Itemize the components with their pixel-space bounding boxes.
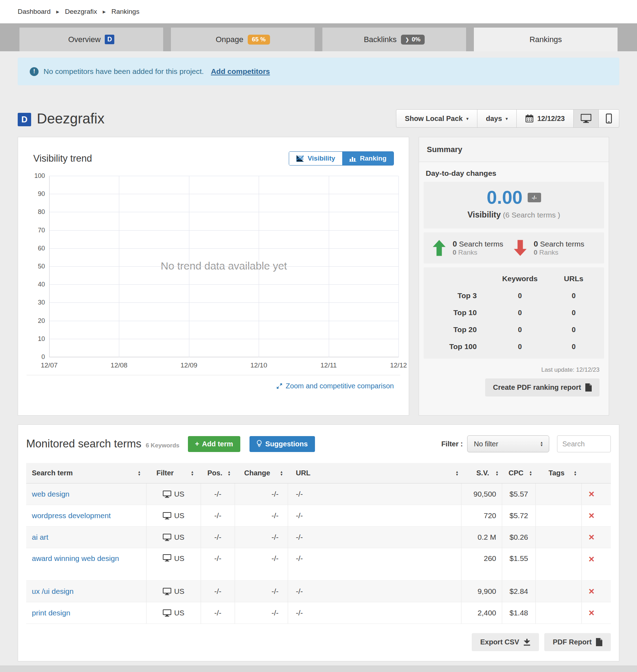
search-term-link[interactable]: wordpress development bbox=[32, 511, 111, 520]
arrow-up-icon bbox=[433, 240, 446, 256]
x-axis-tick: 12/07 bbox=[41, 361, 58, 369]
search-term-link[interactable]: award winning web design bbox=[32, 554, 119, 563]
y-axis-tick: 10 bbox=[28, 335, 45, 343]
project-logo-badge: D bbox=[105, 35, 114, 44]
terms-up-stat: 0 Search terms 0 Ranks bbox=[433, 239, 514, 256]
position-value: -/- bbox=[214, 587, 222, 596]
gridline-h bbox=[49, 230, 398, 231]
delete-term-button[interactable]: × bbox=[589, 489, 594, 499]
col-urls: URLs bbox=[547, 274, 601, 283]
desktop-icon bbox=[163, 609, 171, 617]
rank-row-label: Top 10 bbox=[427, 308, 493, 317]
mobile-icon bbox=[606, 114, 612, 123]
desktop-view-button[interactable] bbox=[573, 109, 599, 128]
change-value: -/- bbox=[271, 609, 279, 617]
desktop-icon bbox=[163, 491, 171, 498]
delete-term-button[interactable]: × bbox=[589, 608, 594, 618]
toggle-visibility-button[interactable]: Visibility bbox=[289, 152, 342, 165]
breadcrumb-dashboard[interactable]: Dashboard bbox=[18, 8, 51, 16]
cpc-value: $0.26 bbox=[510, 533, 528, 541]
sort-icon[interactable]: ▲▼ bbox=[455, 470, 459, 476]
delete-term-button[interactable]: × bbox=[589, 511, 594, 521]
x-axis-tick: 12/09 bbox=[180, 361, 197, 369]
suggestions-button[interactable]: Suggestions bbox=[249, 436, 315, 452]
calendar-icon bbox=[525, 114, 534, 123]
gridline-v bbox=[398, 176, 399, 357]
y-axis-tick: 20 bbox=[28, 317, 45, 325]
url-value: -/- bbox=[296, 587, 303, 596]
gridline-h bbox=[49, 176, 398, 176]
position-value: -/- bbox=[214, 511, 222, 520]
delete-term-button[interactable]: × bbox=[589, 586, 594, 596]
show-local-pack-dropdown[interactable]: Show Local Pack ▾ bbox=[396, 109, 477, 128]
sort-icon[interactable]: ▲▼ bbox=[529, 470, 532, 476]
table-header-row: Search term▲▼ Filter▲▼ Pos.▲▼ Change▲▼ U… bbox=[26, 463, 611, 483]
period-dropdown[interactable]: days ▾ bbox=[477, 109, 517, 128]
export-csv-button[interactable]: Export CSV bbox=[472, 633, 539, 651]
sort-icon[interactable]: ▲▼ bbox=[574, 470, 577, 476]
delete-term-button[interactable]: × bbox=[589, 554, 594, 564]
toggle-ranking-button[interactable]: Ranking bbox=[342, 152, 394, 165]
select-arrows-icon: ▲▼ bbox=[540, 441, 543, 447]
chart-title: Visibility trend bbox=[33, 153, 92, 164]
keywords-table: Search term▲▼ Filter▲▼ Pos.▲▼ Change▲▼ U… bbox=[26, 463, 611, 624]
sort-icon[interactable]: ▲▼ bbox=[495, 470, 499, 476]
ranking-bars-icon bbox=[349, 155, 356, 162]
y-axis-tick: 0 bbox=[28, 353, 45, 361]
y-axis-tick: 60 bbox=[28, 245, 45, 252]
tab-rankings[interactable]: Rankings bbox=[474, 28, 618, 51]
sort-icon[interactable]: ▲▼ bbox=[191, 470, 194, 476]
filter-select[interactable]: No filter ▲▼ bbox=[467, 435, 549, 452]
y-axis-tick: 50 bbox=[28, 263, 45, 270]
tab-rankings-label: Rankings bbox=[529, 35, 562, 44]
position-value: -/- bbox=[214, 490, 222, 498]
breadcrumb-project[interactable]: Deezgrafix bbox=[65, 8, 97, 16]
create-pdf-report-button[interactable]: Create PDF ranking report bbox=[485, 378, 599, 396]
add-competitors-link[interactable]: Add competitors bbox=[211, 67, 270, 76]
desktop-icon bbox=[163, 512, 171, 520]
url-value: -/- bbox=[296, 554, 303, 563]
panel-divider bbox=[27, 375, 400, 375]
delete-term-button[interactable]: × bbox=[589, 532, 594, 542]
date-picker-button[interactable]: 12/12/23 bbox=[516, 109, 574, 128]
add-term-button[interactable]: + Add term bbox=[188, 436, 240, 452]
sort-icon[interactable]: ▲▼ bbox=[228, 470, 231, 476]
country-label: US bbox=[174, 490, 184, 498]
change-value: -/- bbox=[271, 511, 279, 520]
gridline-h bbox=[49, 321, 398, 321]
cpc-value: $5.72 bbox=[510, 511, 528, 520]
tab-overview[interactable]: Overview D bbox=[19, 28, 163, 51]
table-row: print designUS-/--/--/-2,400$1.48× bbox=[26, 602, 611, 624]
no-competitors-banner: ! No competitors have been added for thi… bbox=[18, 58, 619, 85]
gridline-h bbox=[49, 248, 398, 249]
summary-title: Summary bbox=[419, 137, 609, 162]
gridline-h bbox=[49, 339, 398, 339]
change-value: -/- bbox=[271, 587, 279, 596]
mobile-view-button[interactable] bbox=[598, 109, 619, 128]
plus-icon: + bbox=[195, 440, 199, 448]
breadcrumb-rankings[interactable]: Rankings bbox=[111, 8, 139, 16]
gridline-v bbox=[329, 176, 329, 357]
tab-backlinks[interactable]: Backlinks ❯ 0% bbox=[322, 28, 466, 51]
chart-empty-message: No trend data available yet bbox=[161, 260, 287, 272]
gridline-v bbox=[119, 176, 119, 357]
sort-icon[interactable]: ▲▼ bbox=[280, 470, 283, 476]
expand-icon bbox=[276, 383, 283, 389]
search-term-link[interactable]: ux /ui design bbox=[32, 587, 74, 596]
zoom-comparison-link[interactable]: Zoom and competitive comparison bbox=[276, 382, 394, 390]
tab-bar: Overview D Onpage 65 % Backlinks ❯ 0% Ra… bbox=[0, 23, 637, 51]
pdf-report-button[interactable]: PDF Report bbox=[544, 633, 611, 651]
search-term-link[interactable]: print design bbox=[32, 609, 70, 617]
terms-down-stat: 0 Search terms 0 Ranks bbox=[514, 239, 595, 256]
score-suffix: (6 Search terms ) bbox=[503, 211, 560, 219]
search-input[interactable] bbox=[557, 435, 611, 452]
table-row: ai artUS-/--/--/-0.2 M$0.26× bbox=[26, 527, 611, 548]
footer-strip bbox=[0, 666, 637, 672]
tab-onpage[interactable]: Onpage 65 % bbox=[171, 28, 315, 51]
search-term-link[interactable]: ai art bbox=[32, 533, 48, 541]
search-term-link[interactable]: web design bbox=[32, 490, 69, 498]
sort-icon[interactable]: ▲▼ bbox=[138, 470, 141, 476]
change-arrows-box: 0 Search terms 0 Ranks 0 Search terms 0 … bbox=[424, 232, 604, 263]
header-controls: Show Local Pack ▾ days ▾ 12/12/23 bbox=[396, 109, 619, 128]
gridline-v bbox=[49, 176, 50, 357]
